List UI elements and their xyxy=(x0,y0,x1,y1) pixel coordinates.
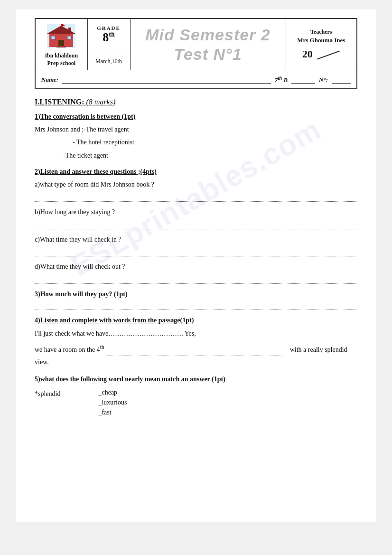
svg-rect-9 xyxy=(56,46,66,47)
q3-heading: 3)How much will they pay? (1pt) xyxy=(35,291,357,298)
name-row: Name: 7th B N°: xyxy=(39,72,353,86)
q2c-answer-line xyxy=(35,248,357,256)
header-table: Ibn khaldoun Prep school GRADE 8th Mid S… xyxy=(35,18,357,89)
svg-rect-4 xyxy=(51,36,55,39)
score-value: 20 xyxy=(302,48,313,60)
name-label: Name: xyxy=(41,76,58,84)
q1-heading: 1)The conversation is between (1pt) xyxy=(35,113,357,121)
q4-text2: we have a room on the 4th with a really … xyxy=(35,342,357,369)
school-logo-container: Ibn khaldoun Prep school xyxy=(40,22,83,67)
q1-option1: Mrs Johnson and ;-The travel agent xyxy=(35,124,357,135)
q2d-text: d)What time they will check out ? xyxy=(35,261,357,273)
date-text: March,16th xyxy=(93,58,125,65)
q5-opt1: _cheap xyxy=(98,389,127,396)
q5-opt3: _fast xyxy=(98,409,127,416)
svg-rect-5 xyxy=(67,36,71,39)
svg-rect-3 xyxy=(58,40,64,47)
name-input-line xyxy=(62,76,271,84)
q2c-text: c)What time they will check in ? xyxy=(35,234,357,245)
school-logo-cell: Ibn khaldoun Prep school xyxy=(35,19,87,70)
title-cell: Mid Semester 2 Test N°1 xyxy=(130,19,286,70)
q2b-answer-line xyxy=(35,221,357,229)
q1-option3: -The ticket agent xyxy=(63,150,357,161)
grade-value: 8th xyxy=(93,31,125,45)
q2a-text: a)what type of room did Mrs Johnson book… xyxy=(35,179,357,190)
school-building-icon xyxy=(45,22,78,50)
q2d-answer-line xyxy=(35,275,357,284)
class-label: 7th B xyxy=(275,75,288,84)
date-cell: March,16th xyxy=(87,51,130,70)
q5-options-container: *splendid _cheap _luxurious _fast xyxy=(35,386,357,419)
q5-word: *splendid xyxy=(35,388,60,400)
q4-heading: 4)Listen and complete with words from th… xyxy=(35,317,357,324)
score-slash-icon xyxy=(317,51,340,60)
q2a-answer-line xyxy=(35,193,357,202)
teacher-cell: Teachers Mrs Ghouma Ines 20 xyxy=(286,19,357,70)
grade-cell: GRADE 8th xyxy=(87,19,130,51)
q4-fill-line xyxy=(107,356,287,356)
listening-heading: I.LISTENING: (8 marks) xyxy=(35,98,357,106)
name-row-cell: Name: 7th B N°: xyxy=(35,70,357,89)
exam-page: Ibn khaldoun Prep school GRADE 8th Mid S… xyxy=(16,9,376,522)
num-input-line xyxy=(332,76,351,84)
test-title: Mid Semester 2 Test N°1 xyxy=(135,25,281,64)
q5-opt2: _luxurious xyxy=(98,399,127,406)
svg-rect-6 xyxy=(68,28,71,32)
score-line: 20 xyxy=(291,48,352,60)
q1-option2: - The hotel receptionist xyxy=(73,137,357,148)
num-label: N°: xyxy=(319,76,328,84)
q3-answer-line xyxy=(35,301,357,310)
class-input-line xyxy=(291,76,315,84)
teacher-name: Mrs Ghouma Ines xyxy=(291,37,352,44)
teacher-label: Teachers xyxy=(291,28,352,36)
q5-heading: 5)what does the following word nearly me… xyxy=(35,376,357,383)
school-name: Ibn khaldoun Prep school xyxy=(45,52,78,67)
q5-answer-options: _cheap _luxurious _fast xyxy=(98,386,127,419)
q2b-text: b)How long are they staying ? xyxy=(35,207,357,218)
q4-text1: I'll just check what we have…………………………….… xyxy=(35,328,357,340)
q2-heading: 2)Listen and answer these questions ;(4p… xyxy=(35,168,357,176)
exam-content: I.LISTENING: (8 marks) 1)The conversatio… xyxy=(35,98,357,419)
